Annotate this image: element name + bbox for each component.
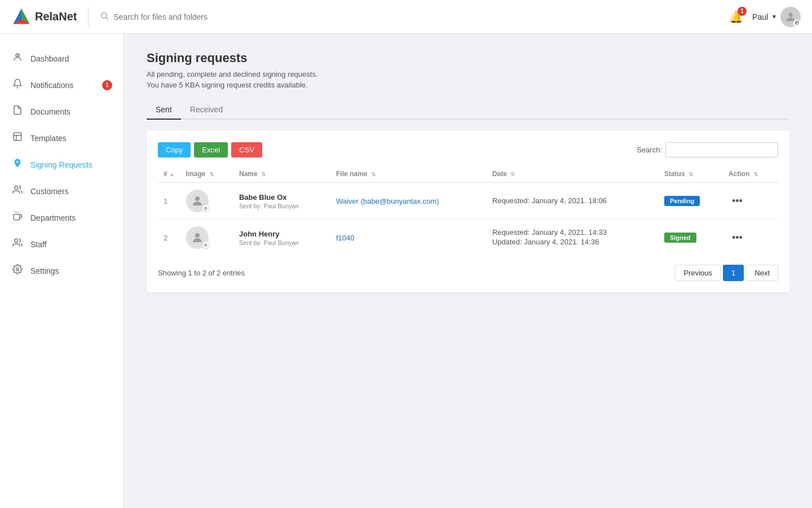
svg-point-16 bbox=[16, 268, 19, 271]
navbar: RelaNet 🔔 1 Paul ▼ ⚙ bbox=[0, 0, 812, 34]
row-name-0: Babe Blue Ox bbox=[239, 193, 325, 202]
tab-received[interactable]: Received bbox=[181, 100, 232, 120]
bell-sidebar-icon bbox=[11, 78, 24, 91]
action-menu-button-1[interactable]: ••• bbox=[729, 231, 746, 245]
cell-status-1: Signed bbox=[659, 220, 723, 256]
templates-icon bbox=[11, 132, 24, 144]
previous-button[interactable]: Previous bbox=[675, 265, 721, 281]
sidebar-label-customers: Customers bbox=[30, 187, 69, 196]
date-requested-0: Requested: January 4, 2021. 18:06 bbox=[492, 196, 653, 205]
notification-button[interactable]: 🔔 1 bbox=[729, 10, 743, 24]
sidebar-item-documents[interactable]: Documents bbox=[0, 98, 123, 125]
tab-bar: Sent Received bbox=[147, 100, 789, 120]
cell-filename-1: f1040 bbox=[330, 220, 487, 256]
svg-point-5 bbox=[788, 12, 792, 16]
table-row: 2 ⚙ John Henry Sent by: Paul Bunyan f104… bbox=[158, 220, 778, 256]
search-input[interactable] bbox=[113, 12, 382, 21]
page-title: Signing requests bbox=[147, 51, 789, 65]
status-badge-0: Pending bbox=[664, 196, 700, 206]
row-avatar-1: ⚙ bbox=[186, 226, 209, 249]
sidebar-label-signing-requests: Signing Requests bbox=[30, 160, 92, 169]
sidebar-item-notifications[interactable]: Notifications 1 bbox=[0, 72, 123, 98]
sidebar-label-templates: Templates bbox=[30, 134, 67, 143]
table-card: Copy Excel CSV Search: #▲ Image ⇅ Name ⇅ bbox=[147, 131, 789, 292]
sidebar-item-signing-requests[interactable]: Signing Requests bbox=[0, 151, 123, 178]
sidebar-item-settings[interactable]: Settings bbox=[0, 257, 123, 284]
departments-icon bbox=[11, 211, 24, 224]
user-menu-button[interactable]: Paul ▼ ⚙ bbox=[752, 7, 801, 27]
cell-num-1: 2 bbox=[158, 220, 180, 256]
documents-icon bbox=[11, 105, 24, 118]
sidebar-item-departments[interactable]: Departments bbox=[0, 204, 123, 231]
svg-point-18 bbox=[195, 233, 200, 238]
sidebar-item-staff[interactable]: Staff bbox=[0, 231, 123, 257]
main-content: Signing requests All pending, complete a… bbox=[124, 34, 812, 508]
cell-action-0: ••• bbox=[723, 183, 778, 220]
excel-button[interactable]: Excel bbox=[194, 142, 228, 157]
showing-text: Showing 1 to 2 of 2 entries bbox=[158, 269, 245, 277]
cell-name-1: John Henry Sent by: Paul Bunyan bbox=[233, 220, 330, 256]
tab-sent[interactable]: Sent bbox=[147, 100, 181, 120]
col-header-num: #▲ bbox=[158, 165, 180, 183]
sidebar-item-customers[interactable]: Customers bbox=[0, 178, 123, 204]
row-name-1: John Henry bbox=[239, 230, 325, 238]
sidebar-label-dashboard: Dashboard bbox=[30, 54, 69, 63]
row-avatar-gear-0: ⚙ bbox=[202, 204, 210, 212]
navbar-right: 🔔 1 Paul ▼ ⚙ bbox=[729, 7, 801, 27]
cell-image-1: ⚙ bbox=[180, 220, 233, 256]
col-header-status[interactable]: Status ⇅ bbox=[659, 165, 723, 183]
svg-point-15 bbox=[15, 239, 18, 242]
page-1-button[interactable]: 1 bbox=[723, 265, 744, 281]
sidebar-label-documents: Documents bbox=[30, 107, 70, 116]
svg-point-3 bbox=[102, 13, 107, 18]
col-header-filename[interactable]: File name ⇅ bbox=[330, 165, 487, 183]
cell-filename-0: Waiver (babe@bunyantax.com) bbox=[330, 183, 487, 220]
customers-icon bbox=[11, 185, 24, 198]
search-label: Search: bbox=[637, 146, 662, 154]
col-header-action[interactable]: Action ⇅ bbox=[723, 165, 778, 183]
col-header-image[interactable]: Image ⇅ bbox=[180, 165, 233, 183]
svg-line-4 bbox=[106, 17, 108, 20]
dashboard-icon bbox=[11, 52, 24, 65]
sidebar-label-notifications: Notifications bbox=[30, 81, 73, 90]
cell-action-1: ••• bbox=[723, 220, 778, 256]
pagination-row: Showing 1 to 2 of 2 entries Previous 1 N… bbox=[158, 265, 778, 281]
cell-date-0: Requested: January 4, 2021. 18:06 bbox=[487, 183, 659, 220]
next-button[interactable]: Next bbox=[746, 265, 778, 281]
action-menu-button-0[interactable]: ••• bbox=[729, 194, 746, 208]
file-link-0[interactable]: Waiver (babe@bunyantax.com) bbox=[336, 197, 439, 205]
table-header-row: #▲ Image ⇅ Name ⇅ File name ⇅ Date ⇅ bbox=[158, 165, 778, 183]
logo-text: RelaNet bbox=[35, 10, 77, 23]
logo-icon bbox=[11, 7, 32, 27]
table-body: 1 ⚙ Babe Blue Ox Sent by: Paul Bunyan Wa… bbox=[158, 183, 778, 256]
col-header-date[interactable]: Date ⇅ bbox=[487, 165, 659, 183]
svg-point-7 bbox=[17, 55, 18, 56]
signing-requests-table: #▲ Image ⇅ Name ⇅ File name ⇅ Date ⇅ bbox=[158, 165, 778, 256]
navbar-search-area bbox=[100, 11, 382, 22]
csv-button[interactable]: CSV bbox=[231, 142, 262, 157]
status-badge-1: Signed bbox=[664, 233, 696, 243]
col-header-name[interactable]: Name ⇅ bbox=[233, 165, 330, 183]
table-search-input[interactable] bbox=[665, 142, 778, 157]
avatar-gear-icon: ⚙ bbox=[793, 19, 801, 27]
cell-image-0: ⚙ bbox=[180, 183, 233, 220]
sidebar: Dashboard Notifications 1 Documents Temp… bbox=[0, 34, 124, 508]
sidebar-label-settings: Settings bbox=[30, 266, 59, 275]
svg-point-11 bbox=[15, 186, 18, 189]
date-updated-1: Updated: January 4, 2021. 14:36 bbox=[492, 238, 653, 246]
settings-icon bbox=[11, 264, 24, 277]
logo[interactable]: RelaNet bbox=[11, 7, 77, 27]
sidebar-label-departments: Departments bbox=[30, 213, 76, 222]
date-requested-1: Requested: January 4, 2021. 14:33 bbox=[492, 228, 653, 237]
sidebar-notification-badge: 1 bbox=[102, 80, 112, 90]
sidebar-label-staff: Staff bbox=[30, 240, 47, 249]
navbar-divider bbox=[88, 7, 89, 27]
cell-name-0: Babe Blue Ox Sent by: Paul Bunyan bbox=[233, 183, 330, 220]
file-link-1[interactable]: f1040 bbox=[336, 234, 355, 242]
copy-button[interactable]: Copy bbox=[158, 142, 191, 157]
sidebar-item-dashboard[interactable]: Dashboard bbox=[0, 45, 123, 72]
sidebar-item-templates[interactable]: Templates bbox=[0, 125, 123, 151]
table-toolbar: Copy Excel CSV Search: bbox=[158, 142, 778, 157]
chevron-down-icon: ▼ bbox=[771, 14, 777, 20]
pagination-controls: Previous 1 Next bbox=[675, 265, 778, 281]
